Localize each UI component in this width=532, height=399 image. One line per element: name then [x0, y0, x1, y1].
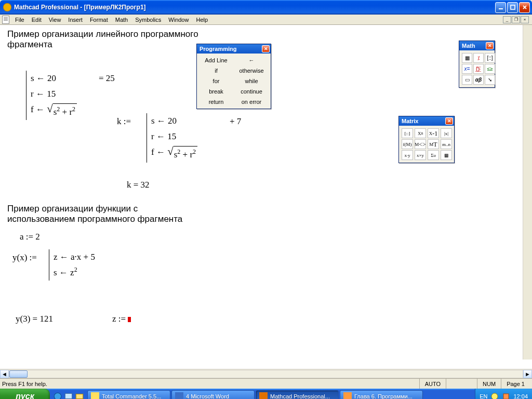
mdi-close-button[interactable]: ×	[521, 16, 529, 23]
menu-format[interactable]: Format	[86, 16, 112, 24]
matrix-cross-icon[interactable]: x×y	[415, 150, 426, 160]
desktop-icon[interactable]	[64, 391, 73, 399]
svg-point-5	[491, 393, 498, 399]
k-define[interactable]: k :=	[117, 116, 131, 127]
programming-item[interactable]: Add Line	[198, 55, 234, 65]
app-icon	[343, 392, 352, 399]
taskbar-button-label: 4 Microsoft Word	[186, 393, 229, 399]
programming-item[interactable]: continue	[234, 86, 269, 97]
matrix-subscript-icon[interactable]: Xn	[415, 128, 426, 138]
scroll-thumb[interactable]	[9, 370, 28, 378]
start-button[interactable]: пуск	[0, 389, 50, 399]
palette-close-button[interactable]: ✕	[486, 42, 494, 49]
matrix-palette-title[interactable]: Matrix ✕	[399, 116, 454, 126]
programming-item[interactable]: while	[234, 76, 269, 86]
status-bar: Press F1 for help. AUTO NUM Page 1	[0, 378, 532, 389]
math-palette-title[interactable]: Math ✕	[459, 41, 495, 50]
greek-icon[interactable]: αβ	[473, 75, 484, 85]
matrix-transpose-icon[interactable]: MT	[428, 139, 439, 149]
palette-close-button[interactable]: ✕	[445, 117, 453, 125]
mdi-restore-button[interactable]: ❐	[512, 16, 520, 23]
taskbar-button[interactable]: 4 Microsoft Word	[171, 390, 255, 399]
menu-insert[interactable]: Insert	[64, 16, 86, 24]
tray-icon[interactable]	[490, 392, 499, 399]
y-define[interactable]: y(x) :=	[12, 252, 37, 263]
app-icon	[91, 392, 99, 399]
programming-item[interactable]: return	[198, 97, 234, 107]
taskbar-button-label: Total Commander 5.5...	[102, 393, 161, 399]
matrix-inverse-icon[interactable]: X-1	[428, 128, 439, 138]
program-block-1[interactable]: s ← 20 r ← 15 f ← √s2 + r2	[26, 71, 77, 120]
menu-view[interactable]: View	[45, 16, 65, 24]
matrix-dot-icon[interactable]: x·y	[402, 150, 413, 160]
matrix-picture-icon[interactable]: ▩	[441, 150, 452, 160]
prog1-line2: r ← 15	[31, 86, 77, 102]
matrix-palette[interactable]: Matrix ✕ [::] Xn X-1 |x| f(M) M<> MT m..…	[398, 116, 455, 163]
programming-item[interactable]: for	[198, 76, 234, 86]
taskbar-button[interactable]: Mathcad Professional...	[256, 390, 339, 399]
title-bar: Mathcad Professional - [ПримерЛК2Прогр1]	[0, 0, 532, 15]
symbolic-icon[interactable]: ➘	[485, 75, 495, 85]
scroll-right-button[interactable]: ►	[523, 370, 532, 378]
outlook-icon[interactable]	[75, 391, 84, 399]
matrix-determinant-icon[interactable]: |x|	[441, 128, 452, 138]
a-assign[interactable]: a := 2	[20, 232, 40, 242]
close-button[interactable]	[519, 2, 530, 13]
graph-icon[interactable]: ⁒	[473, 53, 484, 63]
tray-icon[interactable]	[502, 392, 510, 399]
window-title: Mathcad Professional - [ПримерЛК2Прогр1]	[14, 4, 495, 11]
matrix-icon[interactable]: [::]	[485, 53, 495, 63]
calculus-icon[interactable]: ∫⅀	[473, 64, 484, 74]
taskbar-button[interactable]: Total Commander 5.5...	[87, 390, 170, 399]
programming-icon[interactable]: ▭	[462, 75, 472, 85]
program-block-2[interactable]: s ← 20 r ← 15 f ← √s2 + r2	[147, 113, 197, 163]
programming-item[interactable]: break	[198, 86, 234, 97]
menu-math[interactable]: Math	[112, 16, 131, 24]
workspace: Пример организации линейного программног…	[0, 25, 532, 378]
palette-close-button[interactable]: ✕	[262, 45, 270, 52]
svg-rect-1	[511, 5, 515, 9]
vertical-scrollbar[interactable]	[523, 25, 532, 360]
prog2-line2: r ← 15	[151, 129, 197, 144]
math-palette[interactable]: Math ✕ ▦ ⁒ [::] x= ∫⅀ ≤≥ ▭ αβ ➘	[459, 41, 495, 88]
y-line2: s ← z2	[54, 265, 95, 281]
calculator-icon[interactable]: ▦	[462, 53, 472, 63]
matrix-func-icon[interactable]: f(M)	[402, 139, 413, 149]
document-icon[interactable]	[2, 16, 9, 24]
evaluation-icon[interactable]: x=	[462, 64, 472, 74]
ie-icon[interactable]	[53, 391, 62, 399]
minimize-button[interactable]	[495, 2, 506, 13]
boolean-icon[interactable]: ≤≥	[485, 64, 495, 74]
mdi-minimize-button[interactable]: _	[503, 16, 511, 23]
document-canvas[interactable]: Пример организации линейного программног…	[0, 25, 532, 369]
programming-palette[interactable]: Programming ✕ Add Line←ifotherwiseforwhi…	[196, 44, 271, 109]
maximize-button[interactable]	[507, 2, 518, 13]
placeholder-icon[interactable]	[128, 317, 131, 322]
z-assign[interactable]: z :=	[112, 314, 131, 324]
language-indicator[interactable]: EN	[480, 393, 487, 399]
matrix-range-icon[interactable]: m..n	[441, 139, 452, 149]
svg-point-2	[54, 393, 61, 399]
clock[interactable]: 12:04	[513, 393, 528, 399]
menu-file[interactable]: File	[11, 16, 28, 24]
menu-window[interactable]: Window	[165, 16, 192, 24]
taskbar-button[interactable]: Глава 6. Программи...	[340, 390, 423, 399]
menu-help[interactable]: Help	[192, 16, 211, 24]
programming-palette-title[interactable]: Programming ✕	[197, 44, 271, 54]
menu-symbolics[interactable]: Symbolics	[131, 16, 165, 24]
scroll-left-button[interactable]: ◄	[0, 370, 9, 378]
programming-item[interactable]: ←	[234, 55, 269, 65]
horizontal-scrollbar[interactable]: ◄ ►	[0, 369, 532, 378]
matrix-new-icon[interactable]: [::]	[402, 128, 413, 138]
app-icon	[175, 392, 183, 399]
programming-item[interactable]: if	[198, 65, 234, 76]
menu-edit[interactable]: Edit	[28, 16, 45, 24]
y-program-block[interactable]: z ← a·x + 5 s ← z2	[49, 249, 95, 281]
programming-item[interactable]: otherwise	[234, 65, 269, 76]
programming-item[interactable]: on error	[234, 97, 269, 107]
matrix-sum-icon[interactable]: Συ	[428, 150, 439, 160]
matrix-column-icon[interactable]: M<>	[415, 139, 426, 149]
system-tray[interactable]: EN 12:04	[475, 389, 532, 399]
mdi-child-controls: _ ❐ ×	[503, 16, 529, 23]
svg-rect-0	[499, 8, 503, 9]
